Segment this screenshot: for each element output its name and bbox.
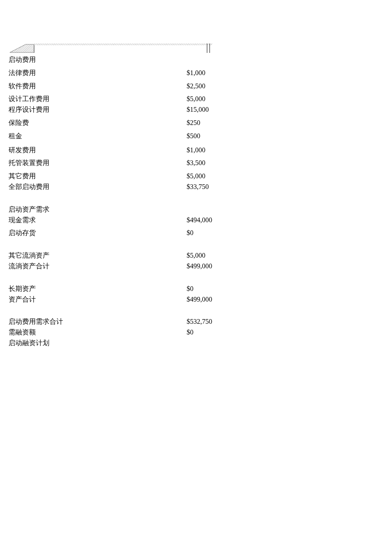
table-row: 资产合计 $499,000 [9,294,213,305]
item-value: $499,000 [187,294,213,305]
financial-table: 启动费用 法律费用 $1,000 软件费用 $2,500 设计工作费用 $5,0… [9,43,213,349]
item-value: $250 [187,118,213,128]
section-header-startup-assets: 启动资产需求 [9,204,213,215]
table-row: 启动费用需求合计 $532,750 [9,317,213,327]
item-value: $3,500 [187,158,213,169]
item-label: 研发费用 [9,145,187,156]
table-row: 长期资产 $0 [9,284,213,294]
item-value: $33,750 [187,182,213,192]
item-value: $5,000 [187,94,213,105]
item-label: 租金 [9,131,187,142]
section-header-startup-expenses: 启动费用 [9,55,213,65]
header-label: 启动资产需求 [9,204,187,215]
item-value: $1,000 [187,145,213,156]
table-row: 启动存货 $0 [9,228,213,238]
table-row: 其它流淌资产 $5,000 [9,250,213,261]
item-label: 全部启动费用 [9,182,187,192]
item-value: $1,000 [187,68,213,78]
item-label: 其它费用 [9,171,187,182]
header-label: 启动费用 [9,55,187,65]
item-value [187,338,213,349]
item-label: 启动存货 [9,228,187,238]
item-label: 需融资额 [9,327,187,338]
item-value: $0 [187,327,213,338]
item-label: 托管装置费用 [9,158,187,169]
table-row: 启动融资计划 [9,338,213,349]
table-row: 法律费用 $1,000 [9,68,213,78]
item-label: 法律费用 [9,68,187,78]
item-label: 软件费用 [9,81,187,92]
item-value: $494,000 [187,215,213,226]
table-row: 软件费用 $2,500 [9,81,213,92]
tab-separator [9,43,213,54]
item-value: $15,000 [187,105,213,115]
item-label: 流淌资产合计 [9,261,187,272]
item-value: $500 [187,131,213,142]
item-label: 长期资产 [9,284,187,294]
item-label: 资产合计 [9,294,187,305]
table-row: 现金需求 $494,000 [9,215,213,226]
item-label: 保险费 [9,118,187,128]
table-row: 其它费用 $5,000 [9,171,213,182]
table-row: 流淌资产合计 $499,000 [9,261,213,272]
item-value: $2,500 [187,81,213,92]
table-row: 托管装置费用 $3,500 [9,158,213,169]
item-label: 设计工作费用 [9,94,187,105]
item-label: 程序设计费用 [9,105,187,115]
table-row: 需融资额 $0 [9,327,213,338]
table-row: 研发费用 $1,000 [9,145,213,156]
item-value: $5,000 [187,250,213,261]
table-row: 保险费 $250 [9,118,213,128]
item-value: $5,000 [187,171,213,182]
item-value: $532,750 [187,317,213,327]
item-value: $0 [187,228,213,238]
item-label: 现金需求 [9,215,187,226]
table-row: 程序设计费用 $15,000 [9,105,213,115]
item-label: 启动融资计划 [9,338,187,349]
item-label: 启动费用需求合计 [9,317,187,327]
item-value: $0 [187,284,213,294]
item-label: 其它流淌资产 [9,250,187,261]
table-row: 租金 $500 [9,131,213,142]
item-value: $499,000 [187,261,213,272]
svg-rect-1 [34,44,212,45]
table-row: 设计工作费用 $5,000 [9,94,213,105]
table-row: 全部启动费用 $33,750 [9,182,213,192]
